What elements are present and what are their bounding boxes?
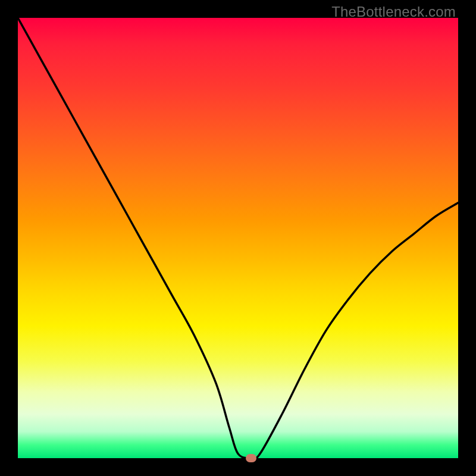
optimum-marker-icon — [246, 454, 256, 462]
watermark-text: TheBottleneck.com — [331, 4, 456, 20]
chart-frame: TheBottleneck.com — [0, 0, 476, 476]
gradient-plot-area — [18, 18, 458, 458]
